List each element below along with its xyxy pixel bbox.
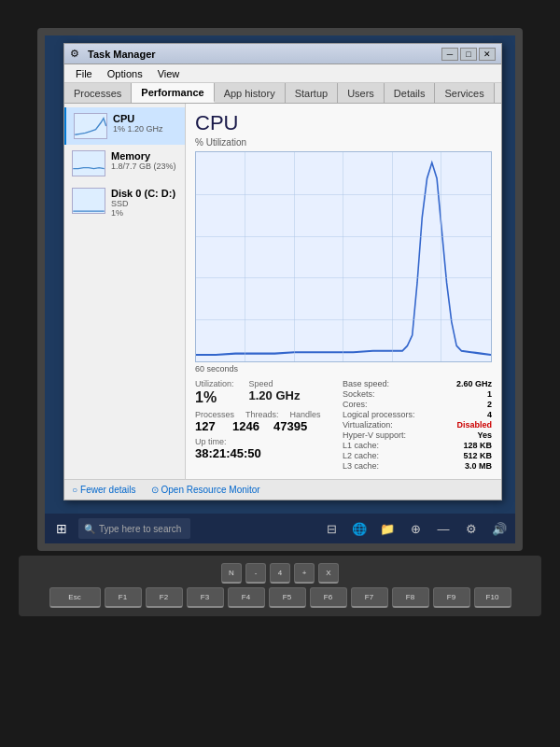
threads-label: Threads: [245, 410, 279, 419]
key-f3[interactable]: F3 [187, 587, 224, 608]
virtualization-row: Virtualization: Disabled [343, 420, 492, 430]
volume-button[interactable]: 🔊 [487, 516, 511, 541]
tab-performance[interactable]: Performance [132, 83, 214, 103]
util-speed-row: Utilization: 1% Speed 1.20 GHz [195, 379, 343, 406]
task-view-button[interactable]: ⊟ [319, 516, 343, 541]
key-plus[interactable]: + [294, 563, 315, 584]
edge-button[interactable]: 🌐 [347, 516, 371, 541]
graph-time-label: 60 seconds [195, 364, 492, 374]
keyboard-fn-row: N - 4 + X [28, 563, 532, 584]
minimize-all-button[interactable]: — [431, 516, 455, 541]
threads-value: 1246 [232, 419, 262, 433]
sidebar: CPU 1% 1.20 GHz Memory 1 [64, 104, 186, 479]
memory-sidebar-name: Memory [111, 150, 177, 162]
fewer-details-link[interactable]: ○ Fewer details [72, 485, 136, 495]
key-f9[interactable]: F9 [433, 587, 470, 608]
tab-apphistory[interactable]: App history [215, 83, 286, 103]
cpu-main-panel: CPU % Utilization [186, 104, 501, 479]
key-f10[interactable]: F10 [474, 587, 511, 608]
logical-label: Logical processors: [343, 410, 415, 419]
key-f1[interactable]: F1 [105, 587, 142, 608]
disk-sidebar-detail2: 1% [111, 208, 177, 218]
memory-mini-graph [72, 150, 105, 176]
processes-label: Processes [195, 410, 234, 419]
process-labels: Processes Threads: Handles [195, 410, 343, 419]
start-button[interactable]: ⊞ [49, 515, 75, 542]
sockets-value: 1 [487, 389, 492, 399]
open-resource-monitor-link[interactable]: ⊙ Open Resource Monitor [151, 485, 260, 495]
sidebar-item-cpu[interactable]: CPU 1% 1.20 GHz [64, 107, 185, 145]
tab-details[interactable]: Details [385, 83, 436, 103]
key-x[interactable]: X [318, 563, 339, 584]
l3-row: L3 cache: 3.0 MB [343, 461, 492, 471]
cores-value: 2 [487, 400, 492, 409]
key-f4[interactable]: F4 [228, 587, 265, 608]
desktop: ⚙ Task Manager ─ □ ✕ File Options View P… [45, 35, 515, 543]
window-controls: ─ □ ✕ [441, 48, 496, 61]
menu-options[interactable]: Options [100, 66, 150, 81]
menu-file[interactable]: File [68, 66, 100, 81]
laptop-screen: ⚙ Task Manager ─ □ ✕ File Options View P… [37, 28, 523, 551]
disk-sidebar-name: Disk 0 (C: D:) [111, 188, 177, 199]
base-speed-row: Base speed: 2.60 GHz [343, 379, 492, 388]
utilization-label: Utilization: [195, 379, 234, 388]
menu-bar: File Options View [64, 64, 501, 83]
menu-view[interactable]: View [150, 66, 188, 81]
tab-users[interactable]: Users [338, 83, 385, 103]
settings-button[interactable]: ⚙ [459, 516, 483, 541]
main-content: CPU 1% 1.20 GHz Memory 1 [64, 104, 501, 479]
explorer-button[interactable]: 📁 [375, 516, 399, 541]
handles-value: 47395 [273, 419, 307, 433]
key-n[interactable]: N [221, 563, 242, 584]
close-button[interactable]: ✕ [479, 48, 496, 61]
memory-sidebar-detail: 1.8/7.7 GB (23%) [111, 162, 177, 171]
handles-label: Handles [290, 410, 321, 419]
util-label: % Utilization [195, 137, 492, 148]
cpu-sidebar-name: CPU [113, 113, 177, 124]
l1-value: 128 KB [463, 441, 492, 450]
uptime-label: Up time: [195, 437, 343, 446]
keyboard-main-row: Esc F1 F2 F3 F4 F5 F6 F7 F8 F9 F10 [28, 587, 532, 608]
tab-bar: Processes Performance App history Startu… [64, 83, 501, 104]
base-speed-value: 2.60 GHz [456, 379, 492, 388]
sockets-label: Sockets: [343, 389, 375, 399]
keyboard: N - 4 + X Esc F1 F2 F3 F4 F5 F6 F7 F8 F9… [19, 556, 541, 616]
processes-value: 127 [195, 419, 221, 433]
speed-label: Speed [249, 379, 301, 388]
tab-startup[interactable]: Startup [286, 83, 338, 103]
speed-value: 1.20 GHz [249, 388, 301, 402]
sidebar-item-memory[interactable]: Memory 1.8/7.7 GB (23%) [64, 145, 185, 182]
key-minus[interactable]: - [245, 563, 266, 584]
maximize-button[interactable]: □ [460, 48, 477, 61]
cpu-sidebar-detail: 1% 1.20 GHz [113, 124, 177, 134]
minimize-button[interactable]: ─ [441, 48, 458, 61]
hyperv-row: Hyper-V support: Yes [343, 430, 492, 440]
key-4[interactable]: 4 [270, 563, 290, 584]
l1-label: L1 cache: [343, 441, 379, 450]
search-bar[interactable]: 🔍 Type here to search [78, 518, 190, 539]
monitor-icon: ⊙ [151, 485, 159, 495]
virtualization-value: Disabled [456, 420, 492, 430]
store-button[interactable]: ⊕ [403, 516, 427, 541]
window-title: Task Manager [88, 49, 441, 60]
key-f7[interactable]: F7 [351, 587, 388, 608]
key-esc[interactable]: Esc [49, 587, 101, 608]
logical-value: 4 [487, 410, 492, 419]
disk-sidebar-info: Disk 0 (C: D:) SSD 1% [111, 188, 177, 218]
tab-services[interactable]: Services [435, 83, 494, 103]
key-f8[interactable]: F8 [392, 587, 429, 608]
key-f2[interactable]: F2 [146, 587, 183, 608]
taskbar-system-icons: ⊟ 🌐 📁 ⊕ — ⚙ 🔊 [319, 516, 511, 541]
hyperv-value: Yes [477, 430, 492, 440]
logical-row: Logical processors: 4 [343, 410, 492, 419]
disk-mini-graph [72, 188, 105, 214]
key-f6[interactable]: F6 [310, 587, 347, 608]
tab-processes[interactable]: Processes [64, 83, 132, 103]
uptime-value: 38:21:45:50 [195, 446, 343, 460]
l1-row: L1 cache: 128 KB [343, 441, 492, 450]
sidebar-item-disk[interactable]: Disk 0 (C: D:) SSD 1% [64, 182, 185, 223]
fewer-details-icon: ○ [72, 485, 77, 495]
base-speed-label: Base speed: [343, 379, 389, 388]
stats-left: Utilization: 1% Speed 1.20 GHz Processes [195, 379, 343, 472]
key-f5[interactable]: F5 [269, 587, 306, 608]
